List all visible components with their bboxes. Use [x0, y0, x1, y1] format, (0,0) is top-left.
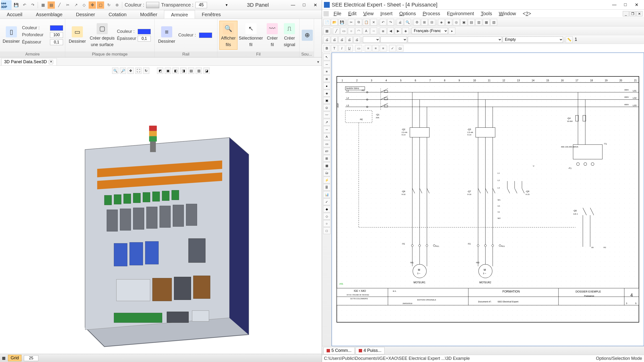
tool-f-icon[interactable]: ◎ — [453, 19, 460, 25]
close-button[interactable]: ✕ — [631, 1, 642, 9]
terminal-icon[interactable]: ⊙ — [323, 104, 330, 111]
creer-fil-button[interactable]: 〰 Créer fil — [264, 21, 280, 50]
view-back-icon[interactable]: ▤ — [188, 67, 194, 74]
qat-rotate-icon[interactable]: ↻ — [105, 1, 112, 9]
selectionner-fil-button[interactable]: ↖ Sélectionner fil — [239, 21, 263, 50]
align-box-icon[interactable]: ▭ — [355, 45, 362, 52]
qat-arrow-icon[interactable]: ↗ — [72, 1, 80, 9]
grid-icon[interactable]: ▦ — [324, 27, 330, 34]
sheet-tab-5[interactable]: 5 Comm... — [324, 347, 354, 354]
rect-icon[interactable]: ▭ — [323, 140, 330, 147]
open-icon[interactable]: 📂 — [331, 19, 338, 25]
italic-icon[interactable]: I — [338, 45, 345, 52]
orbit-icon[interactable]: ↻ — [143, 67, 149, 74]
text-icon[interactable]: T — [331, 45, 338, 52]
menu-file[interactable]: File — [330, 11, 345, 16]
wire-multi-icon[interactable]: ≡ — [323, 68, 330, 75]
customize-dropdown-icon[interactable]: ▾ — [226, 3, 228, 7]
delete-icon[interactable]: ✕ — [370, 19, 377, 25]
view-persp-icon[interactable]: ◪ — [204, 67, 210, 74]
tool-i-icon[interactable]: ▥ — [476, 19, 482, 25]
layer-icon[interactable]: ≣ — [380, 27, 386, 34]
afficher-fils-button[interactable]: 🔍 Afficher fils — [219, 21, 238, 50]
tab-cotation[interactable]: Cotation — [102, 10, 133, 18]
pan-icon[interactable]: ✥ — [128, 67, 134, 74]
misc3-icon[interactable]: ○ — [323, 220, 330, 227]
fit-icon[interactable]: ⛶ — [135, 67, 142, 74]
misc2-icon[interactable]: ◇ — [323, 213, 330, 220]
junction-icon[interactable]: ● — [323, 82, 330, 89]
qat-tool1-icon[interactable]: ▦ — [39, 1, 46, 9]
couleur-swatch[interactable] — [199, 32, 212, 38]
language-combo[interactable]: Français (Franc — [412, 28, 448, 34]
qat-snap-icon[interactable]: ◇ — [80, 1, 88, 9]
schematic-canvas[interactable]: 1234 5678 9101112 13141516 17181920 21 3… — [332, 53, 644, 346]
plaque-creer-surface-button[interactable]: ▢ Créer depuis une surface — [89, 21, 116, 50]
qat-select-icon[interactable]: ▢ — [97, 1, 104, 9]
tab-armoire[interactable]: Armoire — [164, 10, 195, 18]
rect-icon[interactable]: ▭ — [340, 27, 347, 34]
tool-d-icon[interactable]: ◈ — [438, 19, 445, 25]
misc1-icon[interactable]: ◆ — [323, 206, 330, 212]
align-right-icon[interactable]: ≡ — [380, 45, 386, 52]
view-iso-icon[interactable]: ◩ — [157, 67, 163, 74]
epaisseur-input[interactable] — [138, 36, 151, 41]
db-icon[interactable]: 🗄 — [323, 184, 330, 191]
menu-window[interactable]: Window — [496, 11, 519, 16]
view-rear-icon[interactable]: ▥ — [196, 67, 202, 74]
tool-h-icon[interactable]: ▤ — [468, 19, 475, 25]
document-tab[interactable]: 3D Panel Data.See3D ✕ — [2, 58, 57, 65]
grid-button[interactable]: Grid — [8, 355, 22, 361]
layer-combo[interactable] — [408, 36, 502, 43]
profondeur-input[interactable] — [50, 32, 63, 38]
print-sel-icon[interactable]: 🖨 — [338, 36, 345, 43]
nav-next-icon[interactable]: ▶ — [395, 27, 402, 34]
qat-save-icon[interactable]: 💾 — [12, 1, 20, 9]
couleur-swatch[interactable] — [146, 2, 159, 8]
paste-icon[interactable]: 📋 — [363, 19, 370, 25]
menu-environment[interactable]: Environment — [444, 11, 477, 16]
couleur-swatch[interactable] — [138, 29, 151, 34]
align-center-icon[interactable]: ≡ — [372, 45, 379, 52]
qat-globe-icon[interactable]: ⊚ — [113, 1, 120, 9]
maximize-button[interactable]: □ — [620, 1, 631, 9]
transparence-input[interactable] — [196, 2, 207, 8]
nav-prev-icon[interactable]: ◀ — [387, 27, 394, 34]
tool-c-icon[interactable]: ⊟ — [428, 19, 435, 25]
ref-icon[interactable]: ↗ — [323, 119, 330, 125]
cut-icon[interactable]: ✂ — [348, 19, 354, 25]
tab-modifier[interactable]: Modifier — [133, 10, 164, 18]
view-front-icon[interactable]: ▣ — [165, 67, 171, 74]
mdi-restore-button[interactable]: ❐ — [630, 11, 636, 16]
redo-icon[interactable]: ↷ — [387, 19, 394, 25]
tool-j-icon[interactable]: ▦ — [483, 19, 490, 25]
align-left-icon[interactable]: ≡ — [365, 45, 372, 52]
sou-button[interactable]: ⊕ — [302, 21, 313, 50]
panel-icon[interactable]: ▦ — [323, 162, 330, 169]
print-icon[interactable]: 🖨 — [397, 19, 404, 25]
armoire-dessiner-button[interactable]: ▯ Dessiner — [2, 21, 20, 50]
menu-process[interactable]: Process — [419, 11, 444, 16]
tool-g-icon[interactable]: ▣ — [460, 19, 467, 25]
viewport-3d[interactable]: 🔍 🔎 ✥ ⛶ ↻ ◩ ▣ ◧ ◨ ▤ ▥ ◪ — [0, 66, 322, 354]
menu-help[interactable]: <?> — [519, 11, 534, 16]
cable-icon[interactable]: 〰 — [323, 111, 330, 118]
tool-b-icon[interactable]: ⊞ — [421, 19, 428, 25]
print-icon[interactable]: 🖨 — [324, 36, 330, 43]
symbol-icon[interactable]: ◈ — [402, 27, 409, 34]
menu-edit[interactable]: Edit — [345, 11, 360, 16]
circle-icon[interactable]: ○ — [348, 27, 354, 34]
pointer-icon[interactable]: ↖ — [323, 53, 330, 60]
dim-icon[interactable]: ↔ — [323, 126, 330, 133]
font-combo[interactable]: Empty — [503, 36, 563, 43]
print-range-icon[interactable]: 🖨 — [346, 36, 353, 43]
explorer-icon[interactable]: 🗂 — [323, 169, 330, 176]
tab-dessiner[interactable]: Dessiner — [69, 10, 102, 18]
creer-signal-button[interactable]: ⎍ Créer signal — [282, 21, 297, 50]
linestyle-combo[interactable] — [380, 36, 407, 43]
minimize-button[interactable]: — — [609, 1, 620, 9]
bold-icon[interactable]: B — [324, 45, 330, 52]
mdi-minimize-button[interactable]: _ — [623, 11, 629, 16]
undo-icon[interactable]: ↶ — [380, 19, 386, 25]
menu-view[interactable]: View — [360, 11, 377, 16]
